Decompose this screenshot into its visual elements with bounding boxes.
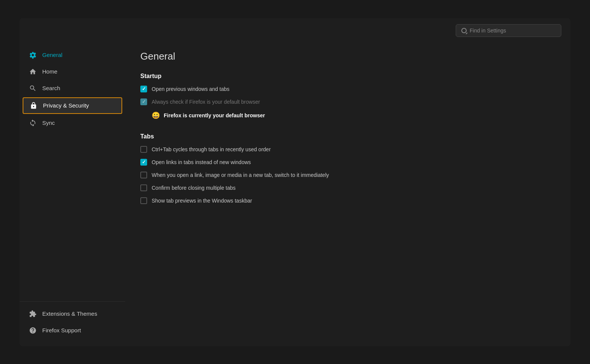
sidebar-item-home[interactable]: Home <box>20 63 125 80</box>
content-area: General Startup Open previous windows an… <box>125 43 570 346</box>
default-browser-row: 😀 Firefox is currently your default brow… <box>152 111 555 120</box>
browser-window: General Home <box>20 18 570 346</box>
tab-preview-label: Show tab previews in the Windows taskbar <box>152 198 252 204</box>
checkbox-row-open-links: Open links in tabs instead of new window… <box>140 159 555 166</box>
startup-section: Startup Open previous windows and tabs A… <box>140 73 555 120</box>
lock-icon <box>29 101 38 110</box>
open-prev-label: Open previous windows and tabs <box>152 86 229 92</box>
tabs-title: Tabs <box>140 133 555 140</box>
sidebar-item-sync[interactable]: Sync <box>20 115 125 131</box>
extensions-label: Extensions & Themes <box>42 310 97 317</box>
support-label: Firefox Support <box>42 327 81 333</box>
ctrl-tab-label: Ctrl+Tab cycles through tabs in recently… <box>152 146 271 152</box>
find-search-icon <box>461 28 467 33</box>
puzzle-icon <box>29 310 37 318</box>
checkbox-switch-tab[interactable] <box>140 172 147 178</box>
checkbox-ctrl-tab[interactable] <box>140 146 147 153</box>
sync-icon <box>29 119 37 127</box>
tabs-section: Tabs Ctrl+Tab cycles through tabs in rec… <box>140 133 555 204</box>
checkbox-default-check[interactable] <box>140 98 147 105</box>
confirm-close-label: Confirm before closing multiple tabs <box>152 185 236 191</box>
search-label: Search <box>42 85 60 91</box>
sidebar-bottom: Extensions & Themes Firefox Support <box>20 301 125 342</box>
default-check-label: Always check if Firefox is your default … <box>152 99 260 105</box>
checkbox-open-links[interactable] <box>140 159 147 166</box>
default-browser-text: Firefox is currently your default browse… <box>164 112 265 118</box>
switch-tab-label: When you open a link, image or media in … <box>152 172 329 178</box>
smiley-emoji: 😀 <box>152 111 160 120</box>
checkbox-row-ctrl-tab: Ctrl+Tab cycles through tabs in recently… <box>140 146 555 153</box>
checkbox-row-switch-tab: When you open a link, image or media in … <box>140 172 555 178</box>
main-content: General Home <box>20 43 570 346</box>
checkbox-row-default-check: Always check if Firefox is your default … <box>140 98 555 105</box>
checkbox-row-open-prev: Open previous windows and tabs <box>140 86 555 92</box>
sidebar-item-support[interactable]: Firefox Support <box>20 322 125 339</box>
search-icon <box>29 84 37 92</box>
sidebar-item-privacy[interactable]: Privacy & Security <box>23 97 122 114</box>
checkbox-row-confirm-close: Confirm before closing multiple tabs <box>140 184 555 191</box>
home-label: Home <box>42 68 57 75</box>
find-in-settings-input[interactable] <box>470 28 556 34</box>
sync-label: Sync <box>42 120 55 126</box>
checkbox-confirm-close[interactable] <box>140 184 147 191</box>
startup-title: Startup <box>140 73 555 80</box>
checkbox-tab-preview[interactable] <box>140 197 147 204</box>
sidebar: General Home <box>20 43 125 346</box>
sidebar-item-general[interactable]: General <box>20 47 125 63</box>
sidebar-item-search[interactable]: Search <box>20 80 125 97</box>
privacy-label: Privacy & Security <box>43 102 89 109</box>
general-label: General <box>42 52 62 58</box>
sidebar-item-extensions[interactable]: Extensions & Themes <box>20 306 125 322</box>
gear-icon <box>29 51 37 59</box>
open-links-label: Open links in tabs instead of new window… <box>152 159 251 165</box>
checkbox-open-prev[interactable] <box>140 86 147 92</box>
checkbox-row-tab-preview: Show tab previews in the Windows taskbar <box>140 197 555 204</box>
help-icon <box>29 326 37 335</box>
home-icon <box>29 68 37 76</box>
find-in-settings-box[interactable] <box>456 24 561 37</box>
top-bar <box>20 18 570 43</box>
page-title: General <box>140 51 555 62</box>
sidebar-nav: General Home <box>20 47 125 298</box>
